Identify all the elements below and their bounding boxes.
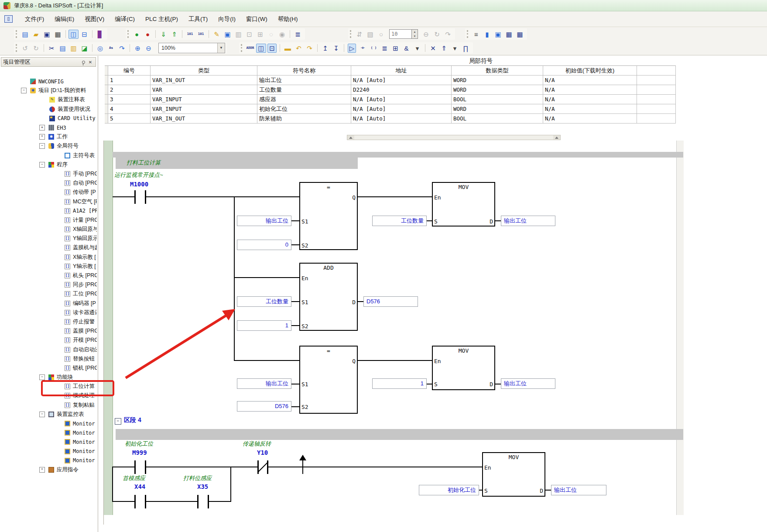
tree-expander-icon[interactable]: + (39, 134, 45, 140)
menu-item[interactable]: 工具(T) (183, 14, 213, 25)
tree-item[interactable]: Y轴回原示 (1, 234, 97, 243)
retry-icon[interactable]: ↷ (443, 29, 453, 39)
edge-dropdown-icon[interactable]: ▾ (450, 43, 460, 53)
cell-no[interactable]: 4 (108, 104, 151, 114)
online-globe-icon[interactable]: ◉ (277, 29, 287, 39)
tree-item[interactable]: 主符号表 (1, 151, 97, 160)
col-header[interactable]: 符号名称 (257, 66, 351, 76)
tree-item[interactable]: Y轴示教 [ (1, 262, 97, 271)
copy-icon[interactable]: ▤ (58, 43, 68, 53)
cut-icon[interactable]: ✂ (47, 43, 57, 53)
tree-item[interactable]: 盖膜机与起 (1, 243, 97, 252)
tree-item[interactable]: 工位 [PRG (1, 289, 97, 299)
tree-item[interactable]: 机头 [PRG (1, 271, 97, 280)
cell-type[interactable]: VAR_INPUT (151, 104, 257, 114)
upload-icon[interactable]: ⇑ (169, 29, 179, 39)
cell-type[interactable]: VAR (151, 85, 257, 95)
zoom-dropdown-icon[interactable]: ▼ (217, 43, 225, 53)
transfer-icon[interactable]: ⇵ (354, 29, 364, 39)
tree-item[interactable]: Monitor T (1, 428, 97, 437)
comment-view-icon[interactable]: ⊡ (267, 43, 277, 53)
mov-block-2[interactable]: MOV En S D (432, 346, 495, 390)
tree-item[interactable]: 装置注释表 (1, 95, 97, 104)
cell-datatype[interactable]: WORD (452, 76, 543, 85)
contact-x44[interactable] (134, 495, 146, 508)
step-count-value[interactable]: 10 (389, 29, 412, 39)
tree-item[interactable]: + 工作 (1, 132, 97, 141)
pause-monitor-icon[interactable]: ◌ (266, 29, 276, 39)
tree-expander-icon[interactable]: − (39, 374, 45, 380)
print-icon[interactable]: ▦ (53, 29, 63, 39)
tree-item[interactable]: Monitor T (1, 456, 97, 465)
cell-name[interactable]: 输出工位 (257, 76, 351, 85)
station-icon[interactable]: ≣ (293, 29, 303, 39)
mov-block-1[interactable]: MOV En S D (432, 182, 495, 227)
instruction-tool-icon[interactable]: ≣ (380, 43, 390, 53)
symbol-row[interactable]: 1 VAR_IN_OUT 输出工位 N/A [Auto] WORD N/A (105, 76, 676, 85)
tree-item[interactable]: 自动 [PRG (1, 178, 97, 188)
spinner-arrows[interactable]: ▲▼ (412, 29, 418, 39)
layers-icon[interactable]: ≡ (471, 29, 481, 39)
timer-icon[interactable]: ○ (376, 29, 386, 39)
and-tool-icon[interactable]: & (401, 43, 411, 53)
menu-item[interactable]: PLC 主机(P) (140, 14, 183, 25)
cell-initvalue[interactable]: N/A (543, 104, 637, 114)
simulator-icon[interactable]: ● (132, 29, 142, 39)
thermometer-icon[interactable]: ▮ (482, 29, 492, 39)
cell-name[interactable]: 工位数量 (257, 85, 351, 95)
help-book-icon[interactable]: ▊ (95, 29, 105, 39)
tree-expander-icon[interactable]: − (39, 412, 45, 417)
cell-name[interactable]: 初始化工位 (257, 104, 351, 114)
tree-item[interactable]: + EH3 (1, 123, 97, 132)
rising-edge-symbol[interactable] (302, 459, 303, 474)
tree-item[interactable]: 同步 [PRG (1, 280, 97, 289)
menu-item[interactable]: 编译(C) (110, 14, 140, 25)
menu-item[interactable]: 窗口(W) (241, 14, 273, 25)
operand-box[interactable]: 1 (372, 378, 427, 389)
col-header[interactable]: 数据类型 (452, 66, 543, 76)
symbol-table-view-icon[interactable]: ◫ (256, 43, 266, 53)
tree-expander-icon[interactable]: + (39, 467, 45, 473)
document-window-icon[interactable]: [] (4, 15, 13, 23)
cell-initvalue[interactable]: N/A (543, 76, 637, 85)
bookmark-next-icon[interactable]: ↷ (305, 43, 315, 53)
table-splitter-strip[interactable] (347, 135, 561, 140)
insert-row-above-icon[interactable]: ↥ (320, 43, 330, 53)
section-collapse-icon[interactable]: − (115, 418, 121, 425)
menu-item[interactable]: 向导(I) (213, 14, 241, 25)
tree-item[interactable]: 替换按钮 (1, 354, 97, 364)
undo-icon[interactable]: ↺ (20, 43, 30, 53)
tree-item[interactable]: 装置使用状况 (1, 105, 97, 114)
menu-item[interactable]: 帮助(H) (273, 14, 303, 25)
tree-item[interactable]: 盖膜 [PRG (1, 326, 97, 336)
col-header[interactable]: 地址 (351, 66, 452, 76)
bookmark-prev-icon[interactable]: ↶ (294, 43, 304, 53)
rising-edge-tool-icon[interactable]: ⇑ (439, 43, 449, 53)
cell-address[interactable]: N/A [Auto] (351, 76, 452, 85)
symbol-row[interactable]: 3 VAR_INPUT 感应器 N/A [Auto] BOOL N/A (105, 95, 676, 104)
redo-icon[interactable]: ↻ (31, 43, 41, 53)
insert-row-below-icon[interactable]: ↧ (331, 43, 341, 53)
tree-expander-icon[interactable]: − (21, 88, 27, 93)
online-monitor-icon[interactable]: ▣ (223, 29, 233, 39)
tree-item[interactable]: A1A2 [PRG (1, 206, 97, 216)
cell-initvalue[interactable]: N/A (543, 114, 637, 124)
paste-icon[interactable]: ▥ (68, 43, 79, 53)
symbol-row[interactable]: 2 VAR 工位数量 D2240 WORD N/A (105, 85, 676, 95)
cell-datatype[interactable]: BOOL (452, 95, 543, 104)
col-header[interactable]: 编号 (108, 66, 151, 76)
compare-eq-block-2[interactable]: = Q S1 S2 (299, 346, 358, 414)
tree-item[interactable]: 计量 [PRG (1, 216, 97, 225)
compare-eq-block-1[interactable]: = Q S1 S2 (299, 182, 358, 250)
contact-x35[interactable] (197, 495, 209, 508)
cell-no[interactable]: 3 (108, 95, 151, 104)
open-project-icon[interactable]: ▰ (31, 29, 41, 39)
cell-type[interactable]: VAR_INPUT (151, 95, 257, 104)
project-window-icon[interactable]: ◫ (68, 29, 79, 39)
cell-type[interactable]: VAR_IN_OUT (151, 76, 257, 85)
zoom-level-combobox[interactable]: 100% ▼ (158, 43, 225, 53)
cell-datatype[interactable]: WORD (452, 104, 543, 114)
contact-tool-icon[interactable]: ⊣⊢ (358, 43, 368, 53)
goto-icon[interactable]: ↷ (117, 43, 127, 53)
section-label[interactable]: 区段 4 (124, 416, 141, 424)
